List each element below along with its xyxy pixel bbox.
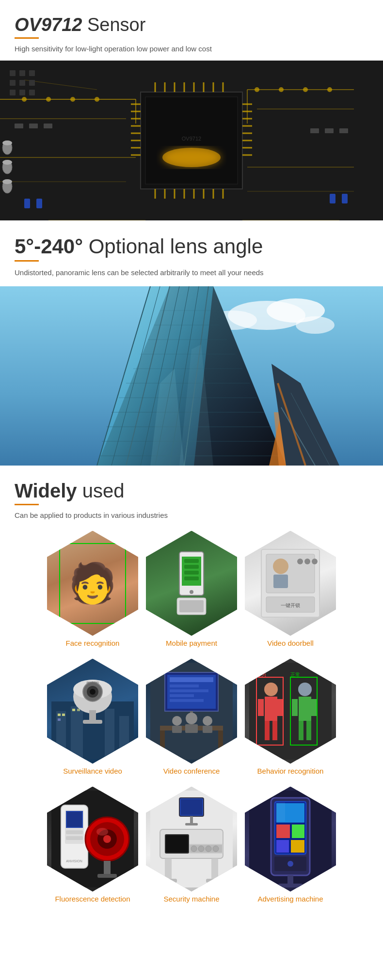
svg-point-199 xyxy=(96,828,108,836)
svg-text:ANVISION: ANVISION xyxy=(66,859,82,863)
svg-point-18 xyxy=(327,87,332,92)
svg-rect-141 xyxy=(58,718,61,721)
svg-rect-75 xyxy=(19,90,25,95)
svg-rect-28 xyxy=(24,199,30,208)
title-underline xyxy=(15,37,39,39)
hex-wrapper-sec xyxy=(146,787,237,892)
svg-point-14 xyxy=(22,97,27,102)
svg-rect-23 xyxy=(29,124,38,128)
svg-point-16 xyxy=(70,97,75,102)
svg-text:一键开锁: 一键开锁 xyxy=(281,603,300,608)
svg-rect-155 xyxy=(170,677,213,682)
behav-icon-bg: 行为 正常 xyxy=(245,659,336,764)
svg-rect-180 xyxy=(299,697,311,721)
lens-description: Undistorted, panoramic lens can be selec… xyxy=(15,267,368,279)
svg-rect-183 xyxy=(292,699,298,716)
hex-wrapper-mobile xyxy=(146,531,237,636)
svg-point-231 xyxy=(287,861,293,867)
svg-point-130 xyxy=(304,559,310,564)
surv-icon-bg: anvision xyxy=(47,659,138,764)
svg-point-80 xyxy=(2,160,12,165)
chip-image: OV9712 xyxy=(0,61,383,220)
svg-rect-120 xyxy=(184,571,199,575)
hex-clip-sec xyxy=(146,787,237,892)
svg-rect-150 xyxy=(83,720,102,724)
widely-description: Can be applied to products in various in… xyxy=(15,511,368,519)
svg-rect-128 xyxy=(273,575,288,588)
svg-rect-228 xyxy=(291,840,304,853)
svg-rect-167 xyxy=(185,724,198,733)
svg-rect-121 xyxy=(184,576,199,580)
conf-svg xyxy=(150,663,233,760)
svg-rect-163 xyxy=(218,731,223,750)
svg-rect-216 xyxy=(165,858,172,880)
hex-item-behav: 行为 正常 xyxy=(245,659,336,775)
svg-rect-225 xyxy=(276,824,290,838)
mobile-icon-bg xyxy=(146,531,237,636)
hex-clip-mobile xyxy=(146,531,237,636)
svg-point-215 xyxy=(213,846,219,852)
hex-clip-adv xyxy=(245,787,336,892)
svg-point-82 xyxy=(2,179,12,184)
svg-point-15 xyxy=(46,97,51,102)
svg-point-17 xyxy=(95,97,99,102)
svg-rect-76 xyxy=(29,90,35,95)
hex-item-mobile: Mobile payment xyxy=(146,531,237,647)
svg-rect-169 xyxy=(203,726,212,733)
widely-underline xyxy=(15,504,39,505)
hex-item-doorbell: 一键开锁 Video doorbell xyxy=(245,531,336,647)
hex-clip-face: 🧑 xyxy=(47,531,138,636)
mobile-svg xyxy=(167,549,216,617)
svg-rect-138 xyxy=(119,716,129,760)
svg-rect-175 xyxy=(258,699,264,716)
svg-text:anvision: anvision xyxy=(86,681,99,684)
sensor-section: OV9712 Sensor High sensitivity for low-l… xyxy=(0,0,383,53)
svg-rect-227 xyxy=(276,840,289,853)
svg-point-78 xyxy=(2,140,12,145)
svg-rect-162 xyxy=(160,731,165,750)
corner-bl xyxy=(60,618,65,623)
hex-item-conf: Video conference xyxy=(146,659,237,775)
svg-rect-165 xyxy=(172,726,182,733)
svg-rect-29 xyxy=(36,199,42,208)
face-emoji: 🧑 xyxy=(68,560,117,606)
svg-rect-193 xyxy=(66,836,83,840)
hex-clip-fluor: ANVISION xyxy=(47,787,138,892)
hex-wrapper-face: 🧑 xyxy=(47,531,138,636)
corner-tl xyxy=(60,544,65,549)
svg-point-164 xyxy=(172,716,182,726)
svg-rect-137 xyxy=(105,709,114,760)
svg-rect-136 xyxy=(71,706,83,760)
svg-line-13 xyxy=(24,80,97,90)
svg-point-168 xyxy=(203,716,212,726)
svg-point-20 xyxy=(279,87,284,92)
sensor-title: OV9712 Sensor xyxy=(15,15,368,35)
fluor-svg: ANVISION xyxy=(51,791,134,887)
svg-rect-69 xyxy=(19,70,25,76)
svg-rect-191 xyxy=(67,812,82,827)
svg-rect-172 xyxy=(265,697,277,721)
svg-rect-209 xyxy=(166,835,188,853)
hex-item-adv: Advertising machine xyxy=(245,787,336,903)
svg-rect-205 xyxy=(190,816,193,823)
hex-item-surv: anvision Surveillance video xyxy=(47,659,138,775)
adv-svg xyxy=(249,791,332,887)
face-label: Face recognition xyxy=(66,639,120,647)
corner-br xyxy=(120,618,126,623)
svg-point-212 xyxy=(191,846,197,852)
svg-rect-124 xyxy=(179,600,204,612)
svg-rect-118 xyxy=(184,559,199,563)
hex-wrapper-doorbell: 一键开锁 xyxy=(245,531,336,636)
hex-wrapper-conf xyxy=(146,659,237,764)
hex-item-face: 🧑 Face recognition xyxy=(47,531,138,647)
doorbell-label: Video doorbell xyxy=(267,639,314,647)
svg-rect-174 xyxy=(272,721,277,740)
svg-rect-156 xyxy=(170,684,199,687)
svg-rect-184 xyxy=(311,699,317,716)
doorbell-icon-bg: 一键开锁 xyxy=(245,531,336,636)
svg-rect-200 xyxy=(104,861,111,875)
svg-rect-70 xyxy=(29,70,35,76)
svg-rect-176 xyxy=(277,699,283,716)
svg-rect-173 xyxy=(265,721,270,740)
svg-rect-192 xyxy=(66,830,83,834)
